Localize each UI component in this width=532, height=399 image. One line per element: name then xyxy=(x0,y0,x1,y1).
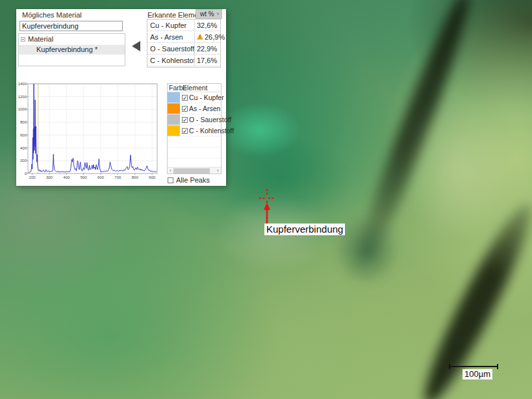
table-row[interactable]: C - Kohlenstoff 17,6% xyxy=(147,55,220,66)
material-name-input[interactable] xyxy=(19,21,123,31)
warning-icon xyxy=(197,34,203,40)
empty-legend-row xyxy=(168,136,221,148)
svg-text:800: 800 xyxy=(132,175,139,179)
checkbox-unchecked-icon[interactable] xyxy=(168,177,173,183)
svg-text:200: 200 xyxy=(29,175,36,179)
all-peaks-label: Alle Peaks xyxy=(176,176,210,184)
scrollbar-thumb[interactable] xyxy=(173,168,210,174)
table-row[interactable]: O - Sauerstoff 22,9% xyxy=(147,43,220,55)
collapse-panel-arrow-icon[interactable] xyxy=(132,41,140,51)
element-legend: Farbe Element ✓ Cu - Kupfer ✓ As - Arsen… xyxy=(167,83,222,174)
tree-child-label: Kupferverbindung * xyxy=(36,45,97,53)
table-row[interactable]: Cu - Kupfer 32,6% xyxy=(147,19,220,31)
svg-text:600: 600 xyxy=(20,133,27,137)
scale-bar-right-cap xyxy=(497,364,498,369)
legend-color-column-label: Farbe xyxy=(168,84,183,92)
svg-text:700: 700 xyxy=(114,175,121,179)
color-swatch xyxy=(168,92,180,103)
scroll-right-icon[interactable]: › xyxy=(215,168,221,174)
svg-text:1200: 1200 xyxy=(18,95,27,99)
annotation-arrow-icon xyxy=(261,203,273,225)
tree-node-kupferverbindung[interactable]: Kupferverbindung * xyxy=(19,45,125,55)
color-swatch xyxy=(168,114,180,125)
element-value: 17,6% xyxy=(194,55,220,66)
checkbox-checked-icon[interactable]: ✓ xyxy=(182,128,188,134)
annotation-label: Kupferverbindung xyxy=(264,224,345,235)
legend-element-column-label: Element xyxy=(183,84,208,92)
svg-text:500: 500 xyxy=(81,175,88,179)
checkbox-checked-icon[interactable]: ✓ xyxy=(182,106,188,112)
tree-collapse-icon[interactable] xyxy=(21,37,25,42)
analysis-panel: Mögliches Material Material Kupferverbin… xyxy=(16,9,226,186)
table-row[interactable]: As - Arsen 26,9% xyxy=(147,31,220,43)
legend-row[interactable]: ✓ As - Arsen xyxy=(168,103,221,114)
scroll-left-icon[interactable]: ‹ xyxy=(168,168,173,174)
legend-label: C - Kohlenstoff xyxy=(189,127,234,135)
scale-bar-label: 100µm xyxy=(462,369,492,380)
svg-text:400: 400 xyxy=(20,146,27,150)
legend-label: As - Arsen xyxy=(189,105,220,112)
element-name: As - Arsen xyxy=(147,33,194,41)
tree-root-label: Material xyxy=(28,35,53,43)
all-peaks-toggle[interactable]: Alle Peaks xyxy=(168,176,210,184)
scale-bar xyxy=(449,364,498,369)
color-swatch xyxy=(168,125,180,136)
unit-dropdown-value: wt % xyxy=(200,10,214,18)
element-name: O - Sauerstoff xyxy=(147,45,194,53)
svg-text:1400: 1400 xyxy=(18,82,27,86)
tree-node-material[interactable]: Material xyxy=(19,34,125,44)
unit-dropdown[interactable]: wt % ˅ xyxy=(196,9,222,19)
element-name: C - Kohlenstoff xyxy=(147,57,194,64)
empty-legend-row xyxy=(168,148,221,159)
element-value: 26,9% xyxy=(194,31,220,42)
checkbox-checked-icon[interactable]: ✓ xyxy=(182,95,188,101)
scale-bar-line xyxy=(449,366,498,367)
legend-row[interactable]: ✓ Cu - Kupfer xyxy=(168,92,221,103)
legend-row[interactable]: ✓ C - Kohlenstoff xyxy=(168,125,221,136)
svg-text:400: 400 xyxy=(63,175,70,179)
elements-table: Cu - Kupfer 32,6% As - Arsen 26,9% O - S… xyxy=(147,19,221,68)
legend-header: Farbe Element xyxy=(168,84,221,92)
element-value: 32,6% xyxy=(194,19,220,31)
svg-text:1000: 1000 xyxy=(18,107,27,111)
svg-text:200: 200 xyxy=(20,159,27,162)
element-value: 22,9% xyxy=(194,43,220,54)
material-tree: Material Kupferverbindung * xyxy=(18,33,125,66)
legend-row[interactable]: ✓ O - Sauerstoff xyxy=(168,114,221,125)
element-name: Cu - Kupfer xyxy=(147,21,194,29)
spectrum-chart: 0200400600800100012001400200300400500600… xyxy=(16,81,161,182)
color-swatch xyxy=(168,103,180,114)
legend-horizontal-scrollbar[interactable]: ‹ › xyxy=(168,167,221,174)
possible-material-label: Mögliches Material xyxy=(22,11,82,19)
legend-label: Cu - Kupfer xyxy=(189,94,224,101)
scrollbar-track[interactable] xyxy=(173,168,215,174)
checkbox-checked-icon[interactable]: ✓ xyxy=(182,117,188,123)
pale-patch xyxy=(403,97,513,240)
svg-text:900: 900 xyxy=(149,175,156,179)
svg-text:600: 600 xyxy=(97,175,105,179)
svg-text:300: 300 xyxy=(46,175,53,179)
chevron-down-icon: ˅ xyxy=(216,11,220,17)
legend-label: O - Sauerstoff xyxy=(189,116,231,123)
svg-text:800: 800 xyxy=(20,120,27,124)
